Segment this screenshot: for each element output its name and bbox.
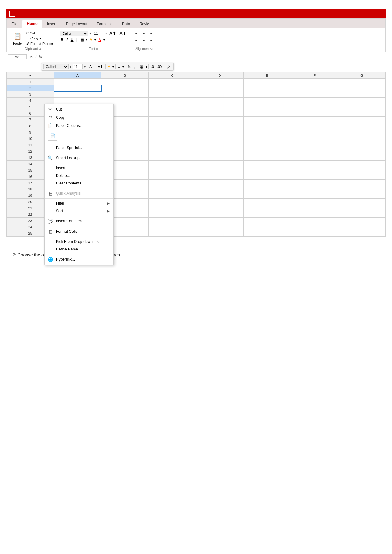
cell[interactable] bbox=[196, 117, 244, 123]
cell[interactable] bbox=[291, 161, 338, 167]
cell[interactable] bbox=[338, 211, 386, 218]
cell[interactable] bbox=[291, 104, 338, 110]
cell[interactable] bbox=[149, 186, 196, 192]
cell[interactable] bbox=[244, 173, 291, 180]
cell[interactable] bbox=[244, 180, 291, 186]
align-middle-button[interactable]: ≡ bbox=[140, 31, 147, 36]
col-header-E[interactable]: E bbox=[244, 72, 291, 79]
cell[interactable] bbox=[291, 180, 338, 186]
cell[interactable] bbox=[244, 135, 291, 142]
format-painter-button[interactable]: 🖌 Format Painter bbox=[25, 41, 54, 46]
cell[interactable] bbox=[338, 161, 386, 167]
mini-color-button[interactable]: A bbox=[107, 64, 112, 69]
alignment-expand-icon[interactable]: ⧉ bbox=[150, 47, 152, 51]
cell[interactable] bbox=[244, 224, 291, 230]
cell[interactable] bbox=[291, 123, 338, 129]
cell[interactable] bbox=[244, 110, 291, 117]
align-top-button[interactable]: ≡ bbox=[133, 31, 140, 36]
cell[interactable] bbox=[54, 98, 101, 104]
tab-formulas[interactable]: Formulas bbox=[92, 20, 117, 28]
align-left-button[interactable]: ≡ bbox=[133, 37, 140, 43]
cell[interactable] bbox=[291, 129, 338, 135]
cell[interactable] bbox=[149, 135, 196, 142]
highlight-button[interactable]: A bbox=[89, 37, 93, 42]
cell[interactable] bbox=[149, 85, 196, 91]
cell[interactable] bbox=[291, 85, 338, 91]
cell[interactable] bbox=[149, 173, 196, 180]
ctx-pick-dropdown[interactable]: Pick From Drop-down List... bbox=[45, 238, 113, 245]
cell[interactable] bbox=[291, 154, 338, 161]
cell[interactable] bbox=[291, 148, 338, 154]
cell[interactable] bbox=[149, 104, 196, 110]
cell[interactable] bbox=[149, 167, 196, 173]
cell[interactable] bbox=[196, 123, 244, 129]
cell[interactable] bbox=[149, 110, 196, 117]
tab-review[interactable]: Revie bbox=[135, 20, 154, 28]
cell[interactable] bbox=[196, 85, 244, 91]
tab-home[interactable]: Home bbox=[22, 20, 42, 28]
cell[interactable] bbox=[244, 230, 291, 237]
cell[interactable] bbox=[149, 91, 196, 98]
cell[interactable] bbox=[149, 205, 196, 211]
cell[interactable] bbox=[196, 186, 244, 192]
cell[interactable] bbox=[196, 211, 244, 218]
cell[interactable] bbox=[149, 154, 196, 161]
cell[interactable] bbox=[196, 199, 244, 205]
cell[interactable] bbox=[196, 192, 244, 199]
cell[interactable] bbox=[196, 230, 244, 237]
mini-shrink-button[interactable]: A⬇ bbox=[97, 64, 104, 69]
cell[interactable] bbox=[338, 180, 386, 186]
cell[interactable] bbox=[196, 154, 244, 161]
cell[interactable] bbox=[149, 211, 196, 218]
cell[interactable] bbox=[196, 148, 244, 154]
tab-data[interactable]: Data bbox=[117, 20, 135, 28]
cell[interactable] bbox=[338, 129, 386, 135]
cell[interactable] bbox=[196, 91, 244, 98]
cell[interactable] bbox=[196, 205, 244, 211]
cell[interactable] bbox=[291, 98, 338, 104]
cell[interactable] bbox=[338, 110, 386, 117]
formula-input[interactable] bbox=[44, 54, 384, 59]
bold-button[interactable]: B bbox=[60, 37, 64, 42]
cell[interactable] bbox=[244, 148, 291, 154]
cell[interactable] bbox=[244, 79, 291, 85]
mini-color-arrow[interactable]: ▾ bbox=[112, 65, 114, 69]
col-header-B[interactable]: B bbox=[101, 72, 149, 79]
col-header-C[interactable]: C bbox=[149, 72, 196, 79]
cell[interactable] bbox=[149, 230, 196, 237]
cell[interactable] bbox=[244, 85, 291, 91]
cell[interactable] bbox=[149, 142, 196, 148]
cell[interactable] bbox=[149, 199, 196, 205]
cell[interactable] bbox=[149, 161, 196, 167]
cell[interactable] bbox=[291, 173, 338, 180]
cell[interactable] bbox=[149, 180, 196, 186]
cell[interactable] bbox=[244, 205, 291, 211]
cell[interactable] bbox=[196, 161, 244, 167]
cell[interactable] bbox=[291, 186, 338, 192]
cell[interactable] bbox=[196, 180, 244, 186]
cell[interactable] bbox=[149, 79, 196, 85]
cell[interactable] bbox=[338, 173, 386, 180]
cell[interactable] bbox=[338, 91, 386, 98]
cell[interactable] bbox=[338, 192, 386, 199]
cell[interactable] bbox=[54, 79, 101, 85]
mini-decimal-inc-button[interactable]: .0 bbox=[150, 64, 155, 69]
cut-button[interactable]: ✂ Cut bbox=[25, 31, 54, 35]
cell[interactable] bbox=[338, 148, 386, 154]
tab-file[interactable]: File bbox=[7, 20, 22, 28]
cell[interactable] bbox=[338, 224, 386, 230]
cell[interactable] bbox=[338, 230, 386, 237]
cell[interactable] bbox=[338, 123, 386, 129]
cell[interactable] bbox=[244, 161, 291, 167]
cell[interactable] bbox=[338, 154, 386, 161]
cell[interactable] bbox=[196, 98, 244, 104]
col-header-F[interactable]: F bbox=[291, 72, 338, 79]
cell[interactable] bbox=[244, 199, 291, 205]
mini-decimal-dec-button[interactable]: .00 bbox=[156, 64, 163, 69]
cell[interactable] bbox=[291, 218, 338, 224]
ctx-copy[interactable]: ⿻ Copy bbox=[45, 113, 113, 122]
mini-insert-button[interactable]: 🖊 bbox=[166, 64, 172, 69]
paste-opt-default[interactable]: 📄 bbox=[48, 131, 57, 141]
insert-function-button[interactable]: fx bbox=[39, 54, 42, 59]
ctx-paste-special[interactable]: Paste Special... bbox=[45, 144, 113, 152]
